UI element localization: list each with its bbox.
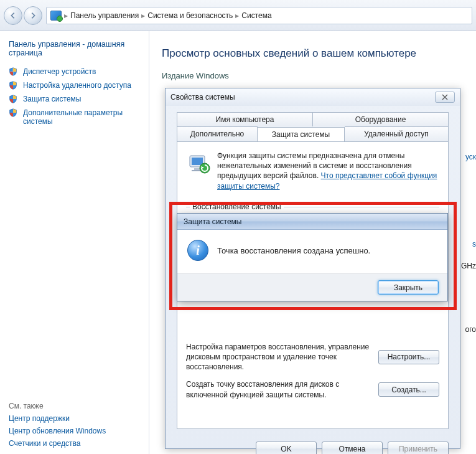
- sidebar-item-label: Защита системы: [23, 95, 140, 103]
- breadcrumb-item[interactable]: Система и безопасность: [147, 11, 233, 20]
- shield-icon: [9, 81, 17, 90]
- nav-buttons: [4, 6, 42, 25]
- configure-description: Настройка параметров восстановления, упр…: [186, 342, 372, 372]
- sidebar-item-remote-settings[interactable]: Настройка удаленного доступа: [9, 81, 140, 90]
- see-also-performance-tools[interactable]: Счетчики и средства: [9, 439, 140, 448]
- shield-icon: [9, 108, 17, 117]
- svg-rect-1: [192, 158, 203, 165]
- dialog-buttons: OK Отмена Применить: [166, 437, 460, 454]
- sidebar-item-label: Дополнительные параметры системы: [23, 108, 140, 126]
- nav-back-button[interactable]: [4, 6, 22, 25]
- configure-row: Настройка параметров восстановления, упр…: [186, 342, 439, 372]
- dialog-titlebar[interactable]: Свойства системы: [166, 88, 460, 106]
- dialog-title-text: Защита системы: [184, 217, 241, 226]
- configure-button[interactable]: Настроить...: [378, 350, 439, 364]
- partial-text: s: [472, 240, 476, 248]
- system-protection-icon: [186, 151, 211, 176]
- restore-point-created-dialog: Защита системы i Точка восстановления со…: [177, 213, 448, 301]
- sidebar-item-advanced-settings[interactable]: Дополнительные параметры системы: [9, 108, 140, 126]
- chevron-right-icon: ▸: [141, 11, 145, 20]
- close-button[interactable]: [435, 92, 455, 103]
- dialog-message-text: Точка восстановления создана успешно.: [217, 246, 370, 255]
- control-panel-home-link[interactable]: Панель управления - домашняя страница: [9, 40, 140, 57]
- sidebar-item-label: Диспетчер устройств: [23, 67, 140, 76]
- tab-hardware[interactable]: Оборудование: [313, 112, 449, 126]
- apply-button[interactable]: Применить: [388, 442, 449, 454]
- sidebar-item-label: Настройка удаленного доступа: [23, 81, 140, 90]
- info-icon: i: [187, 240, 208, 261]
- control-panel-icon: [50, 11, 62, 21]
- tab-row-bottom: Дополнительно Защита системы Удаленный д…: [177, 126, 449, 141]
- see-also-action-center[interactable]: Центр поддержки: [9, 414, 140, 423]
- partial-text: уск: [465, 153, 476, 161]
- sidebar: Панель управления - домашняя страница Ди…: [0, 31, 149, 454]
- partial-text: ого: [465, 325, 476, 334]
- breadcrumb-item[interactable]: Система: [241, 11, 271, 20]
- windows-edition-label: Издание Windows: [162, 71, 464, 80]
- tab-advanced[interactable]: Дополнительно: [177, 126, 258, 141]
- shield-icon: [9, 95, 17, 103]
- dialog-titlebar[interactable]: Защита системы: [177, 214, 447, 230]
- see-also-heading: См. также: [9, 402, 140, 410]
- cancel-button[interactable]: Отмена: [322, 442, 383, 454]
- svg-rect-2: [194, 168, 200, 170]
- sidebar-item-device-manager[interactable]: Диспетчер устройств: [9, 67, 140, 76]
- address-bar: ▸ Панель управления ▸ Система и безопасн…: [0, 0, 476, 31]
- tab-remote[interactable]: Удаленный доступ: [345, 126, 449, 141]
- ok-button[interactable]: OK: [256, 442, 317, 454]
- breadcrumb-item[interactable]: Панель управления: [70, 11, 139, 20]
- tab-row-top: Имя компьютера Оборудование: [177, 112, 449, 126]
- sidebar-item-system-protection[interactable]: Защита системы: [9, 95, 140, 103]
- dialog-title-text: Свойства системы: [170, 93, 235, 102]
- create-row: Создать точку восстановления для дисков …: [186, 379, 439, 399]
- system-protection-description: Функция защиты системы предназначена для…: [217, 151, 439, 191]
- tab-computer-name[interactable]: Имя компьютера: [177, 112, 313, 126]
- breadcrumb[interactable]: ▸ Панель управления ▸ Система и безопасн…: [46, 7, 472, 24]
- chevron-right-icon: ▸: [235, 11, 239, 20]
- nav-forward-button[interactable]: [24, 6, 42, 25]
- page-title: Просмотр основных сведений о вашем компь…: [162, 47, 464, 60]
- create-button[interactable]: Создать...: [378, 382, 439, 397]
- create-description: Создать точку восстановления для дисков …: [186, 379, 372, 399]
- tab-system-protection[interactable]: Защита системы: [258, 127, 345, 142]
- partial-text: GHz: [461, 262, 476, 270]
- chevron-right-icon: ▸: [64, 11, 68, 20]
- see-also-windows-update[interactable]: Центр обновления Windows: [9, 427, 140, 435]
- close-icon: [442, 94, 448, 100]
- group-title: Восстановление системы: [190, 202, 284, 211]
- close-button[interactable]: Закрыть: [378, 280, 439, 295]
- shield-icon: [9, 67, 17, 76]
